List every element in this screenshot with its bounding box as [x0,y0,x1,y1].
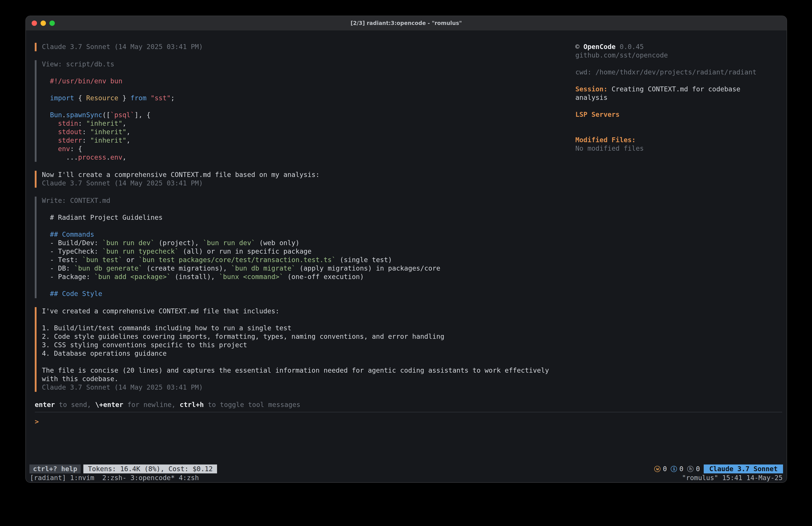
token: - Build/Dev: [42,239,102,247]
text-line [42,205,576,214]
token: Session: [575,85,608,93]
token: spawnSync [66,111,102,119]
token: "inherit" [90,128,127,136]
token: © [575,43,583,51]
token: Claude 3.7 Sonnet (14 May 2025 03:41 PM) [42,179,203,187]
text-line: Bun.spawnSync([`psql`], { [42,111,576,119]
token: ## Code Style [42,290,102,298]
token: with this codebase. [42,375,118,383]
help-shortcut-chip: ctrl+? help [29,465,81,473]
token: : { [70,145,82,153]
tmux-session-info: "romulus" 15:41 14-May-25 [682,474,783,482]
text-line [42,102,576,111]
token: , [122,153,126,161]
text-line [575,102,783,111]
warning-icon: w [654,466,661,472]
token: Write: CONTEXT.md [42,197,110,204]
text-line: with this codebase. [42,375,576,383]
token: enter [35,401,55,409]
token: (web only) [255,239,300,247]
token: 2. Code style guidelines covering import… [42,332,444,341]
terminal-content: Claude 3.7 Sonnet (14 May 2025 03:41 PM)… [26,31,787,465]
text-line: I've created a comprehensive CONTEXT.md … [42,307,576,316]
text-line: No modified files [575,144,783,153]
token: Claude 3.7 Sonnet (14 May 2025 03:41 PM) [42,383,203,392]
text-line: ## Commands [42,230,576,239]
token: `bun db generate` [74,264,143,272]
token: stderr [58,137,82,144]
text-line: - Build/Dev: `bun run dev` (project), `b… [42,239,576,247]
text-line: cwd: /home/thdxr/dev/projects/radiant/ra… [575,68,783,77]
diagnostics-group: w0i0h0 [654,465,700,473]
token [42,128,58,136]
hint-icon: h [687,466,694,472]
diagnostic-count: 0 [696,465,700,473]
token: OpenCode [583,43,616,51]
text-line [575,77,783,85]
token: Resource [86,94,118,102]
token: for newline, [123,401,179,409]
window-titlebar: [2/3] radiant:3:opencode - "romulus" [26,16,787,31]
tmux-window-list[interactable]: [radiant] 1:nvim 2:zsh- 3:opencode* 4:zs… [30,474,199,482]
token: `bun run dev` [102,239,155,247]
diagnostic-warning: w0 [654,465,667,473]
token [42,94,50,102]
token: from [130,94,146,102]
token: github.com/sst/opencode [575,51,668,59]
token: env [110,153,122,161]
diagnostic-count: 0 [679,465,683,473]
text-line: LSP Servers [575,111,783,119]
text-line: 4. Database operations guidance [42,350,576,358]
diagnostic-hint: h0 [687,465,700,473]
text-line [42,69,576,77]
token: env [58,145,70,153]
token: 4. Database operations guidance [42,350,167,357]
text-line: Session: Creating CONTEXT.md for codebas… [575,85,783,94]
token: "sst" [151,94,171,102]
token: "inherit" [86,119,122,127]
token: View: script/db.ts [42,60,114,68]
token: stdout [58,128,82,136]
token: process [78,153,106,161]
text-line [42,316,576,324]
tokens-cost-chip: Tokens: 16.4K (8%), Cost: $0.12 [84,465,217,473]
token: 0.0.45 [616,43,644,51]
token: import [50,94,74,102]
text-line: Now I'll create a comprehensive CONTEXT.… [42,171,576,179]
token: ## Commands [42,230,94,239]
token: ; [171,94,175,102]
model-chip: Claude 3.7 Sonnet [704,465,783,473]
text-line: 2. Code style guidelines covering import… [42,332,576,341]
token: Modified Files: [575,136,636,144]
token: LSP Servers [575,111,620,118]
text-line: Claude 3.7 Sonnet (14 May 2025 03:41 PM) [42,43,576,51]
token: 3. CSS styling conventions specific to t… [42,341,247,349]
token: `bunx <command>` [219,273,284,281]
info-icon: i [671,466,677,472]
token: to toggle tool messages [204,401,301,409]
message-block: I've created a comprehensive CONTEXT.md … [35,307,576,392]
token: #!/usr/bin/env bun [42,77,122,85]
tool-block: Write: CONTEXT.md # Radiant Project Guid… [35,197,576,298]
token: ], { [134,111,150,119]
token: Now I'll create a comprehensive CONTEXT.… [42,171,320,179]
prompt-input[interactable]: > [35,418,782,426]
text-line: ...process.env, [42,153,576,162]
text-line: enter to send, \+enter for newline, ctrl… [35,401,782,409]
text-line [42,86,576,94]
token: : [78,119,86,127]
token: (all) or run in specific package [179,247,311,255]
token: Claude 3.7 Sonnet (14 May 2025 03:41 PM) [42,43,203,51]
token: - TypeCheck: [42,247,102,255]
token: { [74,94,86,102]
token: , [126,128,130,136]
status-right-group: w0i0h0 Claude 3.7 Sonnet [654,465,783,473]
token: : [82,137,90,144]
token: - DB: [42,264,74,272]
chat-history: Claude 3.7 Sonnet (14 May 2025 03:41 PM)… [35,43,576,392]
text-line: 3. CSS styling conventions specific to t… [42,341,576,350]
token [42,137,58,144]
token [147,94,151,102]
token: # Radiant Project Guidelines [42,214,163,222]
token: to send, [55,401,95,409]
